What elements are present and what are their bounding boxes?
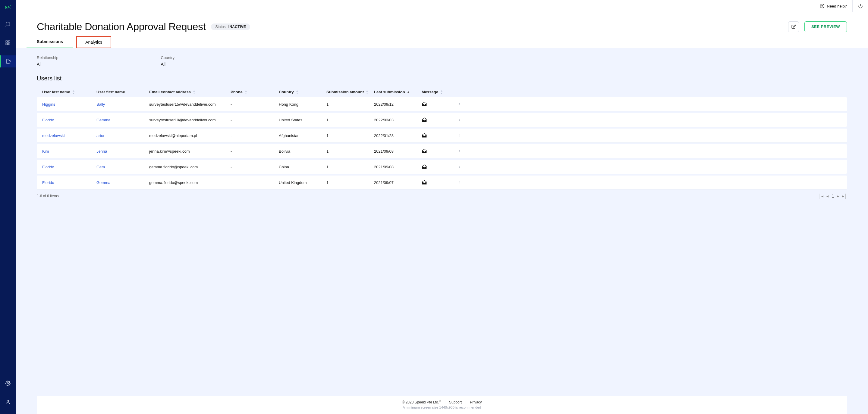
cell-phone: -	[230, 118, 232, 122]
site-footer: © 2023 Speeki Pte Ltd.® | Support | Priv…	[37, 396, 847, 414]
chevron-right-icon	[458, 181, 461, 184]
cell-last-name[interactable]: medzelowski	[42, 133, 64, 138]
chevron-right-icon	[458, 118, 461, 122]
mail-open-icon	[422, 164, 427, 170]
topbar: Need help?	[16, 0, 868, 12]
table-row[interactable]: FloridoGemmasurveytestuser10@devanddeliv…	[37, 113, 847, 127]
row-expand-button[interactable]	[458, 134, 841, 137]
message-button[interactable]	[422, 164, 427, 170]
chevron-right-icon	[458, 102, 461, 106]
cell-first-name[interactable]: Jenna	[96, 149, 107, 153]
row-expand-button[interactable]	[458, 102, 841, 106]
sort-asc-icon	[407, 91, 410, 94]
cell-first-name[interactable]: Sally	[96, 102, 105, 107]
row-expand-button[interactable]	[458, 181, 841, 184]
col-last-submission-label: Last submission	[374, 90, 405, 94]
svg-point-5	[7, 400, 9, 402]
col-last-name[interactable]: User last name	[42, 90, 96, 94]
cell-first-name[interactable]: Gem	[96, 165, 105, 169]
table-row[interactable]: HigginsSallysurveytestuser15@devanddeliv…	[37, 97, 847, 111]
help-icon	[820, 4, 825, 8]
table-footer: 1-6 of 6 items │◂ ◂ 1 ▸ ▸│	[37, 191, 847, 204]
message-button[interactable]	[422, 180, 427, 185]
power-icon	[858, 4, 863, 8]
cell-last-name[interactable]: Florido	[42, 118, 54, 122]
cell-first-name[interactable]: Gemma	[96, 118, 110, 122]
dashboard-icon	[5, 40, 10, 45]
page-prev-button[interactable]: ◂	[827, 194, 829, 199]
sidebar: s<	[0, 0, 16, 414]
sidebar-item-settings[interactable]	[0, 377, 16, 389]
table-row[interactable]: KimJennajenna.kim@speeki.com-Bolivia1202…	[37, 144, 847, 158]
table-row[interactable]: FloridoGemgemma.florido@speeki.com-China…	[37, 160, 847, 174]
sidebar-item-profile[interactable]	[0, 396, 16, 408]
cell-last-name[interactable]: Florido	[42, 165, 54, 169]
cell-email: surveytestuser15@devanddeliver.com	[149, 102, 216, 107]
need-help-button[interactable]: Need help?	[814, 0, 852, 12]
message-button[interactable]	[422, 148, 427, 154]
cell-email: medzelowski@niepodam.pl	[149, 133, 197, 138]
cell-first-name[interactable]: Gemma	[96, 180, 110, 185]
col-email[interactable]: Email contact address	[149, 90, 230, 94]
col-phone[interactable]: Phone	[230, 90, 279, 94]
page-first-button[interactable]: │◂	[819, 194, 824, 199]
svg-rect-2	[6, 43, 7, 45]
sort-icon	[193, 90, 195, 94]
tab-analytics[interactable]: Analytics	[76, 36, 111, 48]
sidebar-item-dashboard[interactable]	[0, 37, 16, 49]
filter-country-label: Country	[161, 56, 175, 60]
tab-submissions[interactable]: Submissions	[37, 39, 63, 48]
row-expand-button[interactable]	[458, 165, 841, 169]
cell-last-name[interactable]: Florido	[42, 180, 54, 185]
cell-last-name[interactable]: Higgins	[42, 102, 55, 107]
col-message[interactable]: Message	[422, 90, 458, 94]
message-button[interactable]	[422, 133, 427, 138]
col-amount-label: Submission amount	[327, 90, 364, 94]
sidebar-item-forms[interactable]	[0, 56, 16, 67]
filters: Relationship All Country All	[37, 56, 847, 67]
sidebar-nav	[0, 18, 16, 67]
page-last-button[interactable]: ▸│	[842, 194, 847, 199]
footer-privacy-link[interactable]: Privacy	[470, 400, 482, 404]
filter-relationship[interactable]: Relationship All	[37, 56, 59, 67]
row-expand-button[interactable]	[458, 149, 841, 153]
table-row[interactable]: medzelowskiarturmedzelowski@niepodam.pl-…	[37, 129, 847, 142]
col-last-submission[interactable]: Last submission	[374, 90, 422, 94]
edit-button[interactable]	[788, 22, 799, 32]
page-header: Charitable Donation Approval Request Sta…	[16, 12, 868, 33]
filter-relationship-value: All	[37, 62, 59, 67]
col-first-name[interactable]: User first name	[96, 90, 149, 94]
need-help-label: Need help?	[827, 4, 847, 8]
page-next-button[interactable]: ▸	[837, 194, 839, 199]
footer-support-link[interactable]: Support	[449, 400, 462, 404]
cell-email: gemma.florido@speeki.com	[149, 165, 198, 169]
cell-amount: 1	[327, 102, 329, 107]
footer-min-screen: A minimum screen size 1440x900 is recomm…	[37, 406, 847, 409]
cell-phone: -	[230, 133, 232, 138]
cell-last-submission: 2022/09/12	[374, 102, 394, 107]
see-preview-button[interactable]: SEE PREVIEW	[804, 22, 847, 32]
cell-country: Hong Kong	[279, 102, 299, 107]
mail-open-icon	[422, 133, 427, 138]
cell-amount: 1	[327, 118, 329, 122]
status-badge: Status: INACTIVE	[211, 24, 250, 30]
mail-open-icon	[422, 148, 427, 154]
cell-amount: 1	[327, 180, 329, 185]
cell-first-name[interactable]: artur	[96, 133, 104, 138]
row-expand-button[interactable]	[458, 118, 841, 122]
col-email-label: Email contact address	[149, 90, 191, 94]
col-amount[interactable]: Submission amount	[327, 90, 374, 94]
sidebar-item-chat[interactable]	[0, 18, 16, 30]
message-button[interactable]	[422, 101, 427, 107]
logout-button[interactable]	[852, 0, 868, 12]
table-row[interactable]: FloridoGemmagemma.florido@speeki.com-Uni…	[37, 176, 847, 189]
cell-last-name[interactable]: Kim	[42, 149, 49, 153]
cell-country: China	[279, 165, 289, 169]
status-value: INACTIVE	[228, 25, 246, 29]
cell-email: gemma.florido@speeki.com	[149, 180, 198, 185]
col-first-name-label: User first name	[96, 90, 125, 94]
mail-open-icon	[422, 101, 427, 107]
col-country[interactable]: Country	[279, 90, 327, 94]
filter-country[interactable]: Country All	[161, 56, 175, 67]
message-button[interactable]	[422, 117, 427, 123]
